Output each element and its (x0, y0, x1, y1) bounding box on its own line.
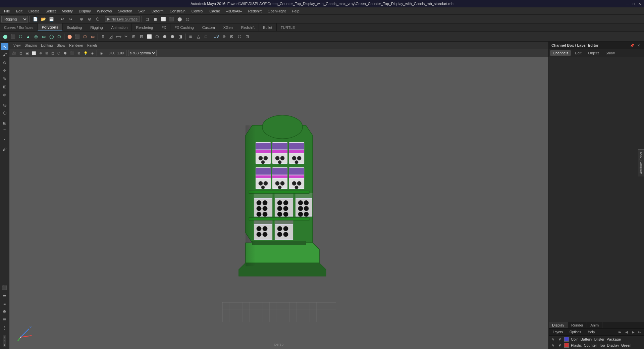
menu-display[interactable]: Display (76, 8, 94, 14)
lasso-btn[interactable]: ⊘ (86, 16, 93, 22)
menu-control[interactable]: Control (189, 8, 206, 14)
layer-prev-btn[interactable]: ◀ (624, 329, 629, 335)
minimize-button[interactable]: ─ (625, 1, 630, 6)
tab-redshift[interactable]: Redshift (237, 23, 259, 31)
nurbs-plane-btn[interactable]: ▭ (89, 33, 96, 40)
universal-manipulator-btn[interactable]: ⊕ (1, 91, 8, 99)
tab-custom[interactable]: Custom (198, 23, 219, 31)
cone-icon-btn[interactable]: ▲ (24, 33, 32, 40)
menu-edit[interactable]: Edit (13, 8, 25, 14)
lasso-select-btn[interactable]: ⊘ (1, 59, 8, 66)
menu-constrain[interactable]: Constrain (167, 8, 188, 14)
soft-select-btn[interactable]: ◎ (1, 101, 8, 109)
tab-xgen[interactable]: XGen (219, 23, 237, 31)
undo-btn[interactable]: ↩ (59, 16, 66, 22)
bounding-box-btn[interactable]: ⬛ (69, 50, 75, 56)
snap-grid-btn[interactable]: ⊞ (1, 119, 8, 127)
show-menu[interactable]: Show (55, 42, 66, 48)
render3-btn[interactable]: ⬜ (160, 16, 167, 22)
renderer-menu[interactable]: Renderer (68, 42, 85, 48)
anim-layer-tab[interactable]: Anim (587, 322, 602, 328)
paint-effects-btn[interactable]: 🖊 (1, 146, 8, 153)
menu-windows[interactable]: Windows (94, 8, 115, 14)
select-tool-btn[interactable]: ↖ (1, 43, 8, 50)
layer-row-coin[interactable]: V P Coin_Battery_Blister_Package (549, 336, 643, 342)
smooth-shade-btn[interactable]: ⬡ (56, 50, 62, 56)
tab-polygons[interactable]: Polygons (38, 23, 63, 31)
smooth-btn[interactable]: ≋ (187, 33, 194, 40)
menu-select[interactable]: Select (43, 8, 59, 14)
uv-stitch-btn[interactable]: ⊡ (244, 33, 251, 40)
shadow-btn[interactable]: ◈ (90, 50, 95, 56)
sphere-icon-btn[interactable]: ⬤ (1, 33, 9, 40)
bevel-btn[interactable]: ◿ (107, 33, 114, 40)
paint-btn[interactable]: ⬡ (94, 16, 101, 22)
new-file-btn[interactable]: 📄 (32, 16, 39, 22)
menu-skeleton[interactable]: Skeleton (115, 8, 135, 14)
layer-vis-p[interactable]: P (557, 337, 562, 342)
close-button[interactable]: ✕ (637, 1, 642, 6)
uv-map-btn[interactable]: ⬡ (236, 33, 243, 40)
offset-loop-btn[interactable]: ⊟ (138, 33, 145, 40)
menu-cache[interactable]: Cache (207, 8, 223, 14)
channels-tab[interactable]: Channels (550, 50, 571, 56)
render2-btn[interactable]: ◼ (152, 16, 159, 22)
wireframe-on-shade-btn[interactable]: ⬢ (62, 50, 68, 56)
layer-vis-v[interactable]: V (551, 337, 555, 342)
no-live-surface-badge[interactable]: ▶ No Live Surface (105, 16, 140, 22)
layer-back-btn[interactable]: ⏮ (617, 329, 623, 335)
torus-icon-btn[interactable]: ◎ (32, 33, 40, 40)
shading-menu[interactable]: Shading (23, 42, 39, 48)
paint-select-btn[interactable]: 🖌 (1, 51, 8, 58)
menu-create[interactable]: Create (26, 8, 42, 14)
lights-btn[interactable]: 💡 (82, 50, 89, 56)
cube-icon-btn[interactable]: ⬛ (9, 33, 16, 40)
redo-btn[interactable]: ↪ (67, 16, 74, 22)
display-layer-tab[interactable]: Display (549, 322, 568, 328)
tab-turtle[interactable]: TURTLE (277, 23, 300, 31)
tool-options-btn[interactable]: ⚙ (1, 308, 8, 315)
nurbs-cube-btn[interactable]: ⬛ (73, 33, 81, 40)
nurbs-cyl-btn[interactable]: ⬡ (81, 33, 89, 40)
tab-animation[interactable]: Animation (107, 23, 132, 31)
combine-btn[interactable]: ⬡ (153, 33, 161, 40)
mode-select[interactable]: Rigging Animation Polygons (1, 16, 28, 22)
resolution-gate-btn[interactable]: ▣ (24, 50, 30, 56)
object-tab[interactable]: Object (585, 50, 601, 56)
cylinder-icon-btn[interactable]: ⬡ (17, 33, 24, 40)
maximize-button[interactable]: □ (631, 1, 636, 6)
render5-btn[interactable]: ⬤ (176, 16, 183, 22)
scale-tool-btn[interactable]: ⊞ (1, 83, 8, 91)
tab-fx-caching[interactable]: FX Caching (170, 23, 198, 31)
render-btn[interactable]: ◻ (144, 16, 151, 22)
texture-btn[interactable]: ⊠ (76, 50, 82, 56)
multi-cut-btn[interactable]: ✂ (122, 33, 130, 40)
menu-deform[interactable]: Deform (149, 8, 166, 14)
boolean-btn[interactable]: ⬣ (169, 33, 176, 40)
lighting-menu[interactable]: Lighting (40, 42, 54, 48)
menu-redshift[interactable]: Redshift (246, 8, 264, 14)
layer-vis-v2[interactable]: V (551, 343, 555, 348)
menu-modify[interactable]: Modify (59, 8, 75, 14)
render4-btn[interactable]: ⬛ (168, 16, 175, 22)
rotate-tool-btn[interactable]: ↻ (1, 75, 8, 83)
save-file-btn[interactable]: 💾 (48, 16, 55, 22)
gamma-select[interactable]: sRGB gamma (128, 50, 157, 56)
safe-action-btn[interactable]: ⬜ (31, 50, 37, 56)
layer-next-btn[interactable]: ▶ (631, 329, 636, 335)
pipe-icon-btn[interactable]: ⬡ (55, 33, 63, 40)
attr-editor-left-btn[interactable]: ≡ (1, 300, 8, 307)
fill-hole-btn[interactable]: ⬜ (146, 33, 153, 40)
help-menu[interactable]: Help (585, 330, 597, 335)
menu-openflight[interactable]: OpenFlight (265, 8, 288, 14)
mirror-btn[interactable]: ◨ (176, 33, 184, 40)
snap-curve-btn[interactable]: ⌒ (1, 128, 8, 135)
scene-canvas[interactable]: persp Y X Z (9, 49, 548, 349)
panels-menu[interactable]: Panels (86, 42, 99, 48)
menu-help[interactable]: Help (289, 8, 302, 14)
menu-file[interactable]: File (1, 8, 13, 14)
wireframe-btn[interactable]: ◻ (50, 50, 55, 56)
close-panel-btn[interactable]: ✕ (636, 43, 641, 48)
options-menu[interactable]: Options (567, 330, 584, 335)
tab-rendering[interactable]: Rendering (132, 23, 157, 31)
